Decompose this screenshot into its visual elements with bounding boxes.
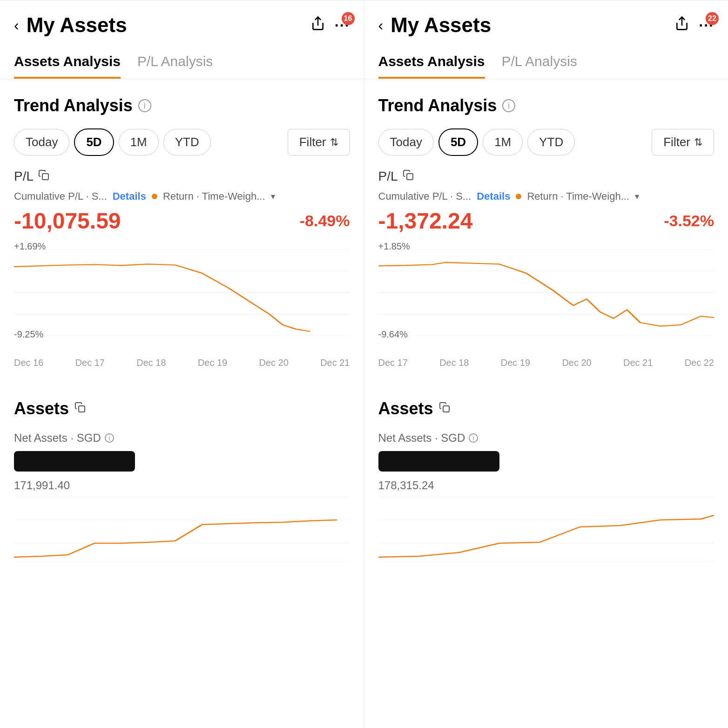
chart-date-label: Dec 21 <box>623 357 653 368</box>
svg-rect-19 <box>443 406 449 412</box>
redacted-value <box>378 451 499 472</box>
chart-meta-row: Cumulative P/L · S... Details Return · T… <box>378 190 715 202</box>
svg-rect-13 <box>407 174 413 180</box>
chart-date-label: Dec 22 <box>685 357 714 368</box>
return-dot <box>152 194 157 199</box>
time-filter-buttons: Today5D1MYTDFilter⇅ <box>378 128 715 156</box>
copy-icon[interactable] <box>403 169 414 183</box>
values-row: -1,372.24-3.52% <box>378 208 715 234</box>
pl-label: P/L <box>14 169 34 184</box>
assets-copy-icon[interactable] <box>74 402 86 416</box>
copy-icon[interactable] <box>38 169 49 183</box>
assets-chart-area <box>378 497 715 566</box>
assets-title-row: Assets <box>14 399 350 418</box>
chart-date-label: Dec 18 <box>136 357 166 368</box>
net-assets-text: Net Assets · SGD <box>378 431 465 445</box>
chart-date-label: Dec 20 <box>259 357 289 368</box>
assets-chart-area <box>14 497 350 566</box>
share-icon[interactable] <box>310 16 325 34</box>
return-label: Return · Time-Weigh... <box>527 190 629 202</box>
info-icon[interactable]: i <box>502 99 515 112</box>
info-icon[interactable]: i <box>138 99 151 112</box>
tab-0[interactable]: Assets Analysis <box>378 46 485 79</box>
chart-date-label: Dec 19 <box>198 357 227 368</box>
time-btn-1m[interactable]: 1M <box>119 129 159 155</box>
trend-chart-area: +1.85%-9.64% <box>378 241 715 353</box>
net-assets-info-icon[interactable]: i <box>105 433 114 443</box>
net-assets-info-icon[interactable]: i <box>469 433 478 443</box>
chart-meta-row: Cumulative P/L · S... Details Return · T… <box>14 190 350 202</box>
percent-pl-value: -8.49% <box>300 212 350 230</box>
header: ‹My Assets···16 <box>0 0 364 46</box>
details-link[interactable]: Details <box>477 190 510 202</box>
time-btn-ytd[interactable]: YTD <box>527 129 575 155</box>
chart-date-label: Dec 17 <box>75 357 105 368</box>
assets-section: AssetsNet Assets · SGDi171,991.40 <box>0 382 364 566</box>
more-icon[interactable]: ···22 <box>699 17 714 34</box>
filter-icon: ⇅ <box>694 136 702 148</box>
trend-title: Trend Analysis <box>14 96 133 115</box>
return-dot <box>516 194 521 199</box>
panel-1: ‹My Assets···22Assets AnalysisP/L Analys… <box>364 0 728 728</box>
main-pl-value: -10,075.59 <box>14 208 121 234</box>
assets-title: Assets <box>378 399 433 418</box>
trend-chart-area: +1.69%-9.25% <box>14 241 350 353</box>
header-left: ‹My Assets <box>378 13 492 37</box>
dropdown-arrow-icon[interactable]: ▾ <box>635 191 639 202</box>
chart-date-label: Dec 16 <box>14 357 43 368</box>
assets-title-row: Assets <box>378 399 715 418</box>
tabs-bar: Assets AnalysisP/L Analysis <box>0 46 364 79</box>
tab-1[interactable]: P/L Analysis <box>502 46 577 79</box>
time-filter-buttons: Today5D1MYTDFilter⇅ <box>14 128 350 156</box>
time-btn-today[interactable]: Today <box>378 129 434 155</box>
trend-title: Trend Analysis <box>378 96 497 115</box>
time-btn-today[interactable]: Today <box>14 129 69 155</box>
header-right: ···22 <box>674 16 714 34</box>
net-assets-label: Net Assets · SGDi <box>378 431 715 445</box>
dropdown-arrow-icon[interactable]: ▾ <box>271 191 275 202</box>
tab-1[interactable]: P/L Analysis <box>137 46 213 79</box>
chart-meta-text: Cumulative P/L · S... <box>14 190 107 202</box>
assets-section: AssetsNet Assets · SGDi178,315.24 <box>364 382 728 566</box>
filter-button[interactable]: Filter⇅ <box>288 129 350 155</box>
chart-date-label: Dec 21 <box>320 357 350 368</box>
assets-sub-value: 178,315.24 <box>378 479 715 492</box>
time-btn-1m[interactable]: 1M <box>483 129 523 155</box>
tab-0[interactable]: Assets Analysis <box>14 46 121 79</box>
panel-0: ‹My Assets···16Assets AnalysisP/L Analys… <box>0 0 364 728</box>
trend-chart-svg <box>14 249 350 336</box>
panels-container: ‹My Assets···16Assets AnalysisP/L Analys… <box>0 0 728 728</box>
notification-badge: 16 <box>342 12 355 25</box>
assets-sub-value: 171,991.40 <box>14 479 350 492</box>
chart-dates: Dec 16Dec 17Dec 18Dec 19Dec 20Dec 21 <box>14 357 350 368</box>
back-button[interactable]: ‹ <box>378 17 384 34</box>
net-assets-label: Net Assets · SGDi <box>14 431 350 445</box>
notification-badge: 22 <box>706 12 719 25</box>
header-left: ‹My Assets <box>14 13 127 37</box>
trend-section: Trend AnalysisiToday5D1MYTDFilter⇅P/L Cu… <box>364 79 728 368</box>
share-icon[interactable] <box>674 16 689 34</box>
tabs-bar: Assets AnalysisP/L Analysis <box>364 46 728 79</box>
more-icon[interactable]: ···16 <box>335 17 350 34</box>
details-link[interactable]: Details <box>113 190 146 202</box>
pl-label: P/L <box>378 169 398 184</box>
time-btn-5d[interactable]: 5D <box>74 128 114 156</box>
svg-rect-1 <box>42 174 48 180</box>
pl-label-row: P/L <box>14 169 350 184</box>
time-btn-5d[interactable]: 5D <box>438 128 478 156</box>
page-title: My Assets <box>27 13 127 37</box>
back-button[interactable]: ‹ <box>14 17 19 34</box>
filter-label: Filter <box>299 135 326 149</box>
trend-chart-svg <box>378 249 715 336</box>
time-btn-ytd[interactable]: YTD <box>163 129 211 155</box>
page-title: My Assets <box>391 13 491 37</box>
values-row: -10,075.59-8.49% <box>14 208 350 234</box>
chart-dates: Dec 17Dec 18Dec 19Dec 20Dec 21Dec 22 <box>378 357 715 368</box>
filter-button[interactable]: Filter⇅ <box>652 129 714 155</box>
percent-pl-value: -3.52% <box>664 212 714 230</box>
return-label: Return · Time-Weigh... <box>163 190 265 202</box>
assets-copy-icon[interactable] <box>439 402 450 416</box>
trend-section: Trend AnalysisiToday5D1MYTDFilter⇅P/L Cu… <box>0 79 364 368</box>
main-pl-value: -1,372.24 <box>378 208 473 234</box>
chart-top-label: +1.85% <box>378 241 410 252</box>
